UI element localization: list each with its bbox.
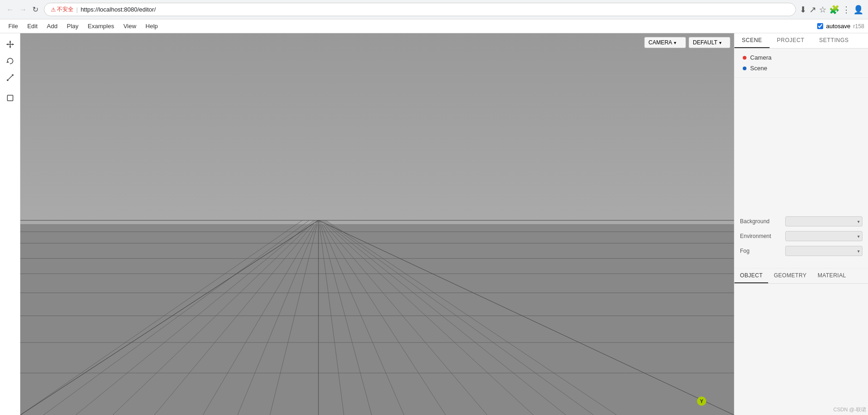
camera-dot: [743, 56, 746, 60]
scene-name: Scene: [750, 65, 767, 72]
svg-line-28: [324, 220, 593, 415]
share-icon[interactable]: ↗: [809, 5, 816, 15]
object-panel-content: CSDN @-联珺: [734, 284, 868, 415]
menu-help[interactable]: Help: [141, 21, 163, 31]
svg-line-7: [7, 74, 13, 81]
back-button[interactable]: ←: [5, 4, 16, 16]
svg-line-18: [238, 220, 318, 415]
camera-label: CAMERA: [648, 39, 672, 46]
forward-button[interactable]: →: [18, 4, 29, 16]
environment-select[interactable]: [785, 231, 862, 241]
scene-spacer: [734, 78, 868, 209]
download-icon[interactable]: ⬇: [800, 5, 807, 15]
tab-material[interactable]: MATERIAL: [812, 269, 852, 283]
address-bar[interactable]: ⚠ 不安全 | https://localhost:8080/editor/: [44, 3, 796, 16]
browser-actions: ⬇ ↗ ☆ 🧩 ⋮ 👤: [800, 5, 863, 15]
menu-add[interactable]: Add: [42, 21, 62, 31]
svg-line-16: [154, 220, 317, 415]
fog-select-wrapper: [785, 246, 862, 256]
scene-list: Camera Scene: [734, 49, 868, 78]
main-layout: .grid-line { stroke: #555; stroke-width:…: [0, 33, 868, 415]
left-toolbar: [0, 33, 20, 415]
focus-tool[interactable]: [3, 91, 18, 105]
view-chevron: ▾: [719, 40, 721, 45]
autosave-version: r158: [853, 23, 864, 30]
svg-line-29: [326, 220, 617, 415]
tab-scene[interactable]: SCENE: [734, 33, 770, 48]
svg-line-25: [321, 220, 487, 415]
view-label: DEFAULT: [693, 39, 717, 46]
right-panel: SCENE PROJECT SETTINGS Camera Scene Back…: [734, 33, 868, 415]
svg-line-39: [20, 220, 318, 415]
tab-geometry[interactable]: GEOMETRY: [768, 269, 812, 283]
prop-fog: Fog: [740, 246, 862, 256]
scene-item-scene[interactable]: Scene: [740, 63, 862, 73]
menu-view[interactable]: View: [119, 21, 141, 31]
svg-marker-3: [9, 46, 11, 48]
svg-line-19: [270, 220, 318, 415]
scene-item-camera[interactable]: Camera: [740, 52, 862, 63]
svg-line-24: [320, 220, 446, 415]
svg-marker-6: [6, 61, 9, 63]
tab-settings[interactable]: SETTINGS: [812, 33, 856, 48]
nav-buttons: ← → ↻: [5, 3, 40, 16]
svg-line-40: [318, 220, 734, 415]
scale-tool[interactable]: [3, 70, 18, 85]
camera-name: Camera: [750, 54, 771, 61]
svg-marker-2: [9, 41, 11, 43]
svg-marker-5: [12, 43, 14, 45]
environment-select-wrapper: [785, 231, 862, 241]
browser-chrome: ← → ↻ ⚠ 不安全 | https://localhost:8080/edi…: [0, 0, 868, 19]
watermark: CSDN @-联珺: [833, 406, 866, 413]
rotate-tool[interactable]: [3, 54, 18, 68]
extensions-icon[interactable]: 🧩: [829, 5, 839, 15]
y-indicator: Y: [697, 397, 706, 406]
autosave-area: autosave r158: [817, 23, 864, 30]
viewport[interactable]: .grid-line { stroke: #555; stroke-width:…: [20, 33, 734, 415]
object-tabs: OBJECT GEOMETRY MATERIAL: [734, 269, 868, 284]
svg-line-12: [20, 220, 302, 415]
svg-rect-10: [7, 95, 13, 101]
svg-line-14: [76, 220, 314, 415]
autosave-checkbox[interactable]: [817, 23, 823, 29]
menu-bar: File Edit Add Play Examples View Help au…: [0, 19, 868, 33]
camera-dropdown[interactable]: CAMERA ▾: [644, 37, 686, 48]
prop-environment: Environment: [740, 231, 862, 241]
separator: |: [76, 6, 78, 13]
bookmark-icon[interactable]: ☆: [819, 5, 826, 15]
background-select[interactable]: [785, 216, 862, 226]
svg-line-23: [320, 220, 404, 415]
fog-select[interactable]: [785, 246, 862, 256]
menu-play[interactable]: Play: [62, 21, 83, 31]
profile-icon[interactable]: 👤: [853, 5, 863, 15]
background-label: Background: [740, 218, 782, 225]
y-label: Y: [700, 398, 703, 404]
svg-line-15: [113, 220, 315, 415]
security-text: 不安全: [57, 6, 73, 13]
svg-line-13: [43, 220, 309, 415]
translate-tool[interactable]: [3, 37, 18, 52]
scene-dot: [743, 67, 746, 70]
svg-line-27: [323, 220, 566, 415]
security-warning: ⚠ 不安全: [51, 6, 73, 13]
reload-button[interactable]: ↻: [31, 3, 40, 16]
camera-chevron: ▾: [674, 40, 676, 45]
svg-line-26: [322, 220, 533, 415]
prop-background: Background: [740, 216, 862, 226]
environment-label: Environment: [740, 233, 782, 239]
panel-tabs: SCENE PROJECT SETTINGS: [734, 33, 868, 49]
svg-marker-4: [6, 43, 8, 45]
tab-project[interactable]: PROJECT: [770, 33, 812, 48]
viewport-toolbar: CAMERA ▾ DEFAULT ▾: [644, 37, 730, 48]
menu-file[interactable]: File: [4, 21, 23, 31]
menu-examples[interactable]: Examples: [83, 21, 119, 31]
tab-object[interactable]: OBJECT: [734, 269, 768, 283]
grid-canvas: .grid-line { stroke: #555; stroke-width:…: [20, 33, 734, 415]
menu-edit[interactable]: Edit: [23, 21, 42, 31]
fog-label: Fog: [740, 248, 782, 254]
menu-icon[interactable]: ⋮: [842, 5, 850, 15]
properties-section: Background Environment Fog: [734, 209, 868, 269]
view-dropdown[interactable]: DEFAULT ▾: [689, 37, 730, 48]
warning-icon: ⚠: [51, 6, 56, 13]
autosave-label: autosave: [826, 23, 850, 30]
